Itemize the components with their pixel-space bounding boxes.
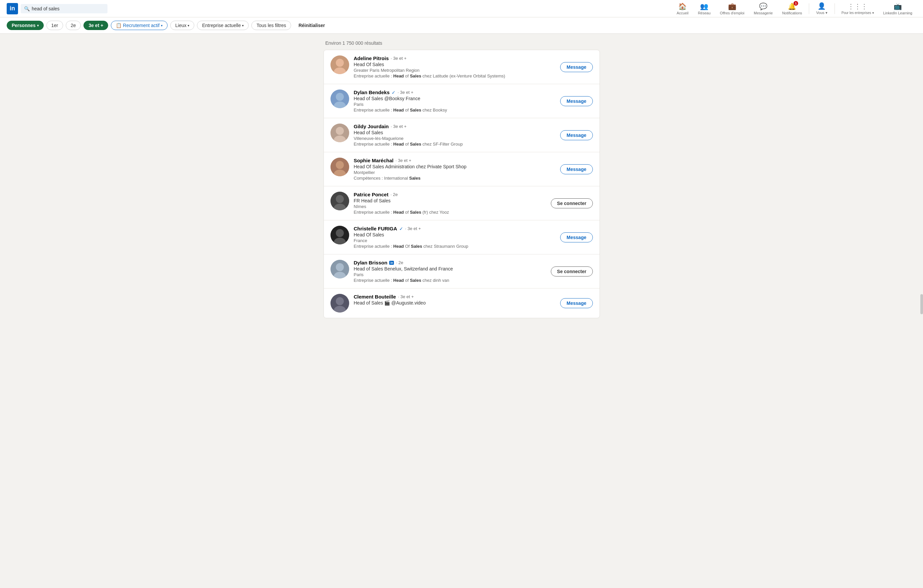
result-item: Adeline Pitrois · 3e et + Head Of Sales … [324, 50, 599, 84]
avatar [330, 158, 349, 176]
search-input[interactable] [32, 6, 104, 11]
result-info: Dylan Brisson in · 2e Head of Sales Bene… [354, 260, 546, 283]
result-name-row: Dylan Brisson in · 2e [354, 260, 546, 266]
result-current: Entreprise actuelle : Head of Sales chez… [354, 141, 556, 146]
filter-first[interactable]: 1er [46, 21, 63, 30]
chevron-recrutement-icon: ▾ [161, 24, 163, 27]
result-degree: · 3e et + [396, 158, 411, 163]
message-button[interactable]: Message [560, 96, 593, 106]
filter-second[interactable]: 2e [66, 21, 81, 30]
result-action: Message [560, 130, 593, 140]
result-item: Sophie Maréchal · 3e et + Head Of Sales … [324, 152, 599, 186]
filter-third[interactable]: 3e et + [84, 21, 108, 30]
linkedin-logo[interactable]: in [7, 3, 18, 14]
result-name-row: Gildy Jourdain · 3e et + [354, 123, 556, 129]
result-info: Sophie Maréchal · 3e et + Head Of Sales … [354, 158, 556, 181]
result-item: Dylan Brisson in · 2e Head of Sales Bene… [324, 255, 599, 289]
jobs-icon: 💼 [728, 2, 736, 10]
nav-item-vous[interactable]: 👤 Vous ▾ [812, 1, 832, 16]
result-location: Villeneuve-lès-Maguelone [354, 136, 556, 141]
linkedin-badge: in [389, 261, 394, 265]
result-name[interactable]: Adeline Pitrois [354, 56, 389, 61]
result-location: France [354, 238, 556, 243]
result-skills: Compétences : International Sales [354, 176, 556, 181]
svg-point-3 [336, 93, 344, 101]
filter-bar: Personnes ▾ 1er 2e 3e et + 📋 Recrutement… [0, 17, 923, 34]
result-location: Nîmes [354, 204, 546, 209]
message-button[interactable]: Message [560, 298, 593, 308]
nav-item-accueil[interactable]: 🏠 Accueil [673, 1, 693, 16]
result-info: Adeline Pitrois · 3e et + Head Of Sales … [354, 56, 556, 79]
result-name-row: Sophie Maréchal · 3e et + [354, 158, 556, 163]
result-action: Se connecter [551, 266, 593, 276]
result-name[interactable]: Patrice Poncet [354, 192, 389, 197]
result-name[interactable]: Gildy Jourdain [354, 123, 389, 129]
result-info: Dylan Bendeks ✓ · 3e et + Head of Sales … [354, 89, 556, 113]
grid-icon: ⋮⋮⋮ [847, 2, 867, 10]
connect-button[interactable]: Se connecter [551, 198, 593, 209]
message-button[interactable]: Message [560, 62, 593, 72]
filter-tous[interactable]: Tous les filtres [251, 21, 291, 30]
svg-point-12 [334, 238, 346, 245]
svg-point-11 [336, 229, 344, 237]
result-item: Patrice Poncet · 2e FR Head of Sales Nîm… [324, 186, 599, 220]
nav-item-grid[interactable]: ⋮⋮⋮ Pour les entreprises ▾ [838, 1, 878, 16]
avatar [330, 260, 349, 278]
result-title: Head of Sales @Booksy France [354, 96, 556, 101]
nav-label-offres: Offres d'emploi [720, 11, 744, 15]
svg-point-0 [336, 59, 344, 67]
result-current: Entreprise actuelle : Head of Sales chez… [354, 278, 546, 283]
avatar [330, 56, 349, 74]
result-name[interactable]: Christelle FURIGA [354, 226, 397, 232]
avatar [330, 192, 349, 210]
svg-point-15 [336, 297, 344, 305]
result-name[interactable]: Sophie Maréchal [354, 158, 394, 163]
message-button[interactable]: Message [560, 232, 593, 242]
top-navigation: in 🔍 🏠 Accueil 👥 Réseau 💼 Offres d'emplo… [0, 0, 923, 17]
nav-label-messagerie: Messagerie [754, 11, 773, 15]
result-name[interactable]: Dylan Brisson [354, 260, 388, 266]
svg-point-7 [336, 161, 344, 169]
result-degree: · 2e [391, 192, 398, 197]
svg-point-5 [336, 127, 344, 135]
nav-item-offres[interactable]: 💼 Offres d'emploi [716, 1, 749, 16]
scrollbar[interactable] [920, 294, 923, 314]
verified-icon: ✓ [392, 90, 396, 95]
chevron-entreprise-icon: ▾ [242, 24, 244, 27]
avatar [330, 89, 349, 108]
result-name[interactable]: Dylan Bendeks [354, 89, 390, 95]
result-name-row: Adeline Pitrois · 3e et + [354, 56, 556, 61]
connect-button[interactable]: Se connecter [551, 266, 593, 276]
filter-personnes[interactable]: Personnes ▾ [7, 21, 44, 30]
result-current: Entreprise actuelle : Head of Sales (fr)… [354, 210, 546, 215]
nav-item-reseau[interactable]: 👥 Réseau [694, 1, 715, 16]
result-title: Head Of Sales [354, 232, 556, 237]
filter-entreprise[interactable]: Entreprise actuelle ▾ [197, 21, 249, 30]
nav-label-reseau: Réseau [698, 11, 711, 15]
filter-recrutement[interactable]: 📋 Recrutement actif ▾ [111, 21, 168, 30]
nav-item-messagerie[interactable]: 💬 Messagerie [750, 1, 777, 16]
filter-lieux[interactable]: Lieux ▾ [170, 21, 194, 30]
nav-item-notifications[interactable]: 🔔 1 Notifications [778, 1, 806, 16]
result-current: Entreprise actuelle : Head Of Sales chez… [354, 244, 556, 249]
chevron-personnes-icon: ▾ [37, 24, 39, 27]
result-degree: · 3e et + [398, 294, 414, 299]
chevron-lieux-icon: ▾ [187, 24, 189, 27]
result-name[interactable]: Clement Bouteille [354, 294, 396, 299]
result-action: Message [560, 164, 593, 174]
result-title: Head of Sales Benelux, Switzerland and F… [354, 266, 546, 271]
nav-item-learning[interactable]: 📺 LinkedIn Learning [879, 1, 916, 16]
result-title: FR Head of Sales [354, 198, 546, 203]
home-icon: 🏠 [678, 2, 687, 10]
result-item: Gildy Jourdain · 3e et + Head of Sales V… [324, 118, 599, 152]
filter-reinitialiser[interactable]: Réinitialiser [294, 21, 330, 30]
message-button[interactable]: Message [560, 164, 593, 174]
result-title: Head Of Sales [354, 62, 556, 67]
result-current: Entreprise actuelle : Head of Sales chez… [354, 107, 556, 113]
results-count: Environ 1 750 000 résultats [324, 40, 600, 46]
search-bar: 🔍 [21, 4, 107, 13]
avatar [330, 294, 349, 312]
result-item: Clement Bouteille · 3e et + Head of Sale… [324, 289, 599, 318]
search-icon: 🔍 [24, 6, 30, 11]
message-button[interactable]: Message [560, 130, 593, 140]
